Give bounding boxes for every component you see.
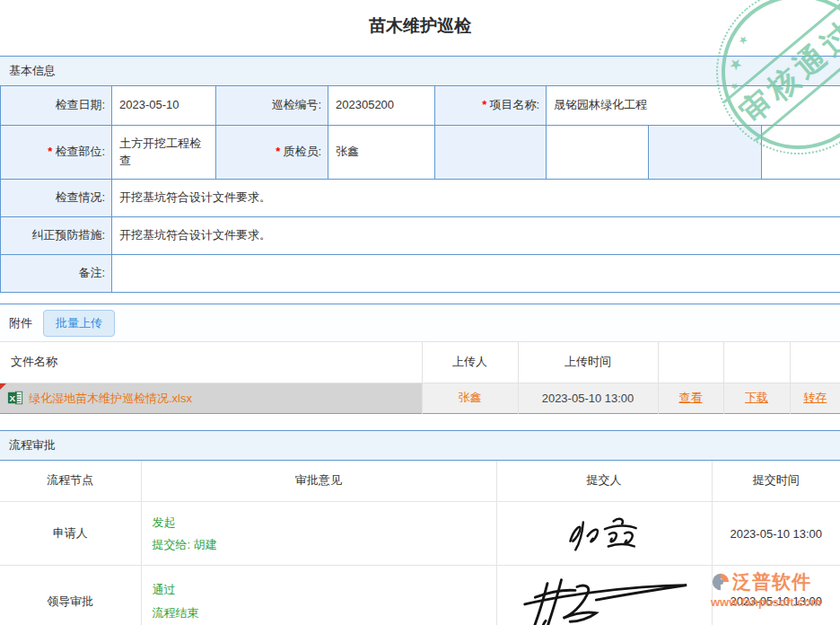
required-asterisk: * <box>48 145 52 158</box>
col-uploader: 上传人 <box>422 342 518 383</box>
section-attachments-header: 附件 批量上传 <box>0 304 840 342</box>
field-check-part-value: 土方开挖工程检查 <box>112 126 216 180</box>
field-check-part-label: 检查部位: <box>55 145 105 158</box>
field-patrol-no-label-cell: 巡检编号: <box>216 86 328 126</box>
section-approval-title: 流程审批 <box>9 437 56 453</box>
uploader-cell: 张鑫 <box>422 383 518 413</box>
download-link[interactable]: 下载 <box>745 391 768 404</box>
field-check-part-label-cell: *检查部位: <box>1 126 112 180</box>
col-file-name: 文件名称 <box>0 342 422 383</box>
required-asterisk: * <box>276 145 280 158</box>
field-check-date-label: 检查日期: <box>55 98 105 111</box>
attachments-table: 文件名称 上传人 上传时间 X 绿化湿地苗木维护巡检情况.xlsx 张鑫 202… <box>0 342 840 414</box>
excel-icon: X <box>7 390 23 406</box>
page-title: 苗木维护巡检 <box>0 0 840 56</box>
field-inspector-label-cell: *质检员: <box>216 126 328 180</box>
file-name-link[interactable]: 绿化湿地苗木维护巡检情况.xlsx <box>29 392 192 405</box>
file-name-cell: X 绿化湿地苗木维护巡检情况.xlsx <box>0 383 422 413</box>
field-project-name-label: 项目名称: <box>489 98 539 111</box>
opinion-line: 通过 <box>153 578 496 601</box>
approval-row-applicant: 申请人 发起 提交给: 胡建 2023-05-10 13:00 <box>0 502 840 566</box>
field-remark-value <box>112 255 840 293</box>
field-patrol-no-label: 巡检编号: <box>271 98 321 111</box>
field-corrective-value: 开挖基坑符合设计文件要求。 <box>112 217 840 255</box>
approval-row-leader: 领导审批 通过 流程结束 2023-05-10 13:00 <box>0 566 840 625</box>
section-basic-title: 基本信息 <box>9 63 56 79</box>
submit-time-cell: 2023-05-10 13:00 <box>712 566 840 625</box>
opinion-line: 发起 <box>153 511 496 533</box>
field-check-date-label-cell: 检查日期: <box>1 86 112 126</box>
section-attachments-title: 附件 <box>9 315 32 331</box>
field-project-name-value: 晟铭园林绿化工程 <box>547 86 840 126</box>
svg-text:X: X <box>10 392 16 402</box>
submit-time-cell: 2023-05-10 13:00 <box>712 502 840 566</box>
opinion-cell: 通过 流程结束 <box>141 566 496 625</box>
approval-table: 流程节点 审批意见 提交人 提交时间 申请人 发起 提交给: 胡建 <box>0 461 840 625</box>
view-link[interactable]: 查看 <box>679 391 703 404</box>
col-action-empty <box>723 342 790 383</box>
field-check-situation-value: 开挖基坑符合设计文件要求。 <box>112 180 840 217</box>
field-check-date-value: 2023-05-10 <box>112 86 216 126</box>
required-asterisk: * <box>482 98 486 111</box>
submitter-cell <box>496 502 712 566</box>
empty-label-cell <box>649 126 762 180</box>
field-corrective-label: 纠正预防措施: <box>31 228 105 242</box>
transfer-link[interactable]: 转存 <box>803 391 827 404</box>
field-inspector-label: 质检员: <box>283 145 321 158</box>
field-remark-label-cell: 备注: <box>1 255 112 293</box>
field-patrol-no-value: 202305200 <box>328 86 435 126</box>
attachment-row: X 绿化湿地苗木维护巡检情况.xlsx 张鑫 2023-05-10 13:00 … <box>0 383 840 413</box>
opinion-line: 提交给: 胡建 <box>153 533 496 556</box>
col-flow-node: 流程节点 <box>0 461 141 502</box>
col-submit-time: 提交时间 <box>712 461 840 502</box>
flow-node-cell: 领导审批 <box>0 566 141 625</box>
signature-image <box>555 510 653 557</box>
submitter-cell <box>496 566 712 625</box>
opinion-cell: 发起 提交给: 胡建 <box>141 502 496 566</box>
empty-value-cell <box>762 126 840 180</box>
field-check-situation-label-cell: 检查情况: <box>1 180 112 217</box>
signature-image <box>510 573 698 625</box>
section-approval-header: 流程审批 <box>0 430 840 461</box>
col-submitter: 提交人 <box>496 461 712 502</box>
basic-info-table: 检查日期: 2023-05-10 巡检编号: 202305200 *项目名称: … <box>0 85 840 293</box>
opinion-line: 流程结束 <box>153 602 496 624</box>
col-action-empty <box>790 342 840 383</box>
field-check-situation-label: 检查情况: <box>55 190 105 204</box>
field-project-name-label-cell: *项目名称: <box>435 86 547 126</box>
empty-value-cell <box>547 126 649 180</box>
field-remark-label: 备注: <box>78 266 105 279</box>
col-upload-time: 上传时间 <box>518 342 658 383</box>
batch-upload-button[interactable]: 批量上传 <box>43 310 115 337</box>
upload-time-cell: 2023-05-10 13:00 <box>518 383 658 413</box>
field-corrective-label-cell: 纠正预防措施: <box>1 217 112 255</box>
col-approval-opinion: 审批意见 <box>141 461 496 502</box>
col-action-empty <box>658 342 723 383</box>
empty-label-cell <box>435 126 547 180</box>
flow-node-cell: 申请人 <box>0 502 141 566</box>
field-inspector-value: 张鑫 <box>328 126 435 180</box>
section-basic-header: 基本信息 <box>0 56 840 85</box>
